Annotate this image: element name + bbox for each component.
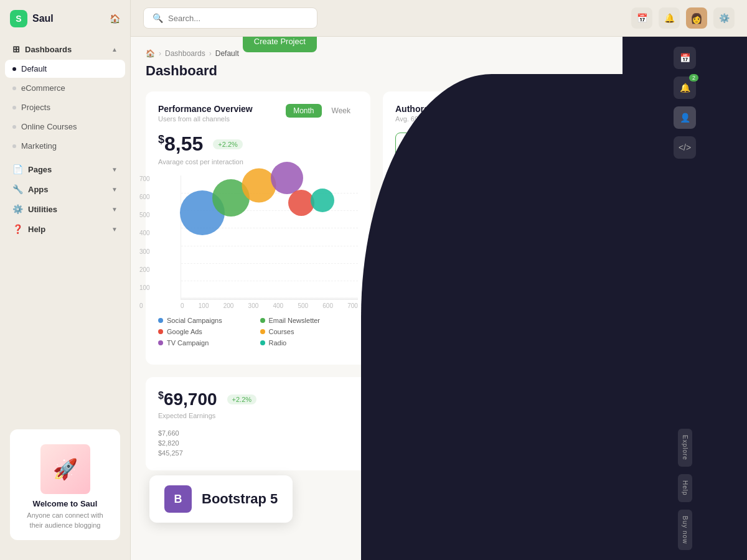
sidebar-item-default[interactable]: Default — [5, 60, 125, 78]
create-project-button[interactable]: Create Project — [243, 37, 317, 52]
daily-sales-label: Average Daily Sales — [395, 412, 595, 419]
y-label: 0 — [139, 302, 150, 309]
explore-button[interactable]: Explore — [678, 429, 692, 467]
earnings-row-0: $7,660 — [158, 429, 358, 437]
performance-title: Performance Overview — [158, 104, 253, 114]
chart-legend: Social Campaigns Email Newsletter Google… — [158, 317, 358, 347]
author-info: 🧔 Cody Fishers Mexico — [395, 325, 522, 348]
sidebar: S Saul 🏠 ⊞ Dashboards ▲ Default eCommerc… — [0, 0, 131, 560]
legend-social: Social Campaigns — [158, 317, 256, 324]
earnings-card: $69,700 +2.2% Expected Earnings $7,660 $… — [146, 377, 370, 470]
main-area: 🔍 📅 🔔 👩 ⚙️ 🏠 › Dashboards › Default Crea… — [131, 0, 747, 560]
sidebar-item-ecommerce[interactable]: eCommerce — [5, 79, 125, 97]
search-box[interactable]: 🔍 — [143, 7, 317, 29]
bar-chart — [395, 427, 595, 458]
tab-crypto[interactable]: 🔷 Crypto — [436, 133, 474, 168]
authors-title-area: Authors Achievements Avg. 69.34% Conv. R… — [395, 104, 490, 123]
nav-dot — [12, 106, 16, 110]
y-label: 100 — [139, 284, 150, 291]
tab-social[interactable]: 👤 Social — [477, 133, 515, 168]
tab-others[interactable]: 📋 Others — [395, 172, 433, 207]
authors-subtitle: Avg. 69.34% Conv. Rate — [395, 115, 490, 123]
sidebar-item-utilities[interactable]: ⚙️ Utilities ▼ — [5, 200, 125, 218]
calendar-icon[interactable]: 📅 — [674, 47, 696, 69]
authors-header: Authors Achievements Avg. 69.34% Conv. R… — [395, 104, 595, 123]
bubble-chart-wrapper: 700 600 500 400 300 200 100 0 — [158, 175, 358, 309]
sidebar-item-help[interactable]: ❓ Help ▼ — [5, 220, 125, 238]
avatar[interactable]: 👩 — [686, 7, 707, 29]
author-info: 👨‍🦱 Jacob Jones Poland — [395, 295, 522, 317]
welcome-title: Welcome to Saul — [20, 499, 110, 508]
author-details: Guy Hawkins Haiti — [423, 238, 467, 253]
sidebar-bottom: 🚀 Welcome to Saul Anyone can connect wit… — [0, 419, 130, 550]
settings-button[interactable]: ⚙️ — [713, 7, 735, 29]
y-label: 700 — [139, 175, 150, 182]
legend-dot — [158, 318, 163, 323]
sidebar-item-apps[interactable]: 🔧 Apps ▼ — [5, 180, 125, 198]
right-panel: 📅 🔔 2 👤 </> Explore Help Buy now — [622, 37, 747, 560]
sidebar-item-projects[interactable]: Projects — [5, 98, 125, 116]
avatar-cody: 🧔 — [395, 325, 418, 348]
notifications-button[interactable]: 🔔 — [659, 7, 680, 29]
authors-table-header: AUTHOR CONV. CHART — [395, 215, 595, 226]
performance-card: Performance Overview Users from all chan… — [146, 91, 370, 365]
breadcrumb-section[interactable]: Dashboards — [165, 49, 205, 58]
daily-sales-badge: +2.6% — [454, 394, 484, 404]
sidebar-item-dashboards[interactable]: ⊞ Dashboards ▲ — [5, 40, 125, 58]
author-row: 👩 Jane Cooper Monaco 63.83% → — [395, 261, 595, 291]
tab-month[interactable]: Month — [286, 104, 321, 118]
tab-mobile[interactable]: 📱 Mobile — [519, 133, 556, 168]
notification-badge: 2 — [689, 74, 698, 82]
mobile-icon: 📱 — [530, 138, 545, 153]
help-button[interactable]: Help — [678, 474, 692, 502]
legend-tv: TV Campaign — [158, 339, 256, 347]
search-input[interactable] — [168, 14, 308, 23]
tab-week[interactable]: Week — [324, 104, 358, 118]
tab-saas[interactable]: 🏪 SaaS — [395, 133, 433, 168]
card-header: Performance Overview Users from all chan… — [158, 104, 358, 123]
tab-group: Month Week — [286, 104, 358, 118]
author-row: 👨‍🦱 Jacob Jones Poland 92.56% → — [395, 291, 595, 322]
y-label: 400 — [139, 230, 150, 236]
legend-courses: Courses — [260, 328, 359, 335]
logo-area: S Saul 🏠 — [0, 10, 130, 40]
legend-dot — [158, 340, 163, 345]
y-label: 200 — [139, 266, 150, 273]
performance-subtitle: Users from all channels — [158, 115, 253, 123]
view-button-3[interactable]: → — [585, 329, 595, 344]
chevron-icon: ▲ — [111, 46, 118, 53]
author-info: 👩 Jane Cooper Monaco — [395, 264, 522, 287]
y-label: 500 — [139, 212, 150, 218]
sidebar-item-marketing[interactable]: Marketing — [5, 137, 125, 155]
legend-dot — [260, 340, 265, 345]
x-axis: 0100200300400500600700 — [181, 300, 358, 309]
view-button-2[interactable]: → — [585, 299, 595, 314]
legend-email: Email Newsletter — [260, 317, 359, 324]
nav-dot — [12, 144, 16, 148]
sidebar-item-online-courses[interactable]: Online Courses — [5, 118, 125, 136]
card-title-area: Performance Overview Users from all chan… — [158, 104, 253, 123]
bootstrap-text: Bootstrap 5 — [202, 491, 278, 507]
crypto-icon: 🔷 — [448, 138, 463, 153]
mini-chart-0: → — [558, 238, 595, 253]
notification-icon[interactable]: 🔔 2 — [674, 77, 696, 99]
daily-sales-value: $2,420 — [395, 390, 444, 409]
others-icon: 📋 — [406, 177, 422, 192]
welcome-card: 🚀 Welcome to Saul Anyone can connect wit… — [10, 429, 120, 540]
app-name: Saul — [32, 13, 54, 24]
mini-chart-2: → — [558, 299, 595, 314]
code-icon[interactable]: </> — [674, 136, 696, 159]
legend-radio: Radio — [260, 339, 359, 347]
sidebar-item-pages[interactable]: 📄 Pages ▼ — [5, 160, 125, 179]
view-button-1[interactable]: → — [585, 268, 595, 283]
avatar-jane: 👩 — [395, 264, 418, 287]
stats-row: $69,700 +2.2% Expected Earnings $7,660 $… — [146, 377, 608, 470]
mini-chart-1: → — [558, 268, 595, 284]
back-icon[interactable]: 🏠 — [110, 14, 120, 24]
earnings-row-2: $45,257 — [158, 449, 358, 457]
earnings-label: Expected Earnings — [158, 412, 358, 419]
calendar-button[interactable]: 📅 — [631, 7, 652, 29]
view-button-0[interactable]: → — [585, 238, 595, 253]
buy-now-button[interactable]: Buy now — [678, 510, 692, 550]
user-icon[interactable]: 👤 — [674, 106, 696, 129]
